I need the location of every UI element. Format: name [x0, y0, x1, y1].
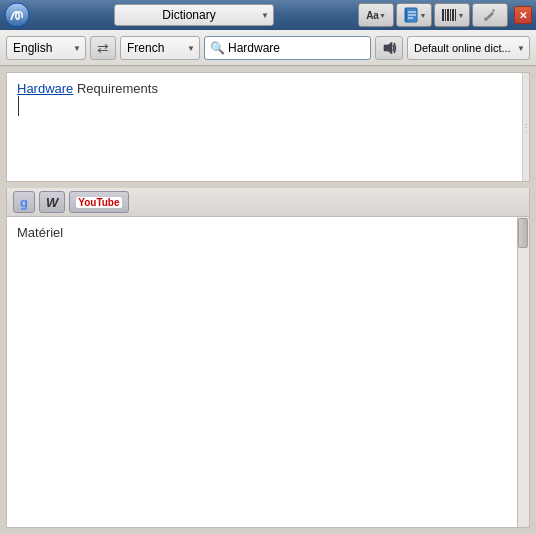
dropdown-arrow-book: ▼: [420, 12, 427, 19]
source-pane[interactable]: Hardware Requirements: [7, 73, 523, 181]
source-lang-select[interactable]: English: [6, 36, 86, 60]
close-button[interactable]: ✕: [514, 6, 532, 24]
translate-button[interactable]: ▼: [396, 3, 432, 27]
source-lang-wrapper[interactable]: English: [6, 36, 86, 60]
dropdown-arrow-barcode: ▼: [458, 12, 465, 19]
toolbar: English ⇄ French 🔍 Default online dict..…: [0, 30, 536, 66]
speaker-button[interactable]: [375, 36, 403, 60]
source-text: Hardware Requirements: [17, 81, 158, 96]
svg-rect-11: [455, 9, 456, 21]
svg-point-13: [484, 17, 488, 21]
google-search-button[interactable]: g: [13, 191, 35, 213]
web-search-toolbar: g W YouTube: [6, 188, 530, 217]
wrench-icon: [482, 7, 498, 23]
svg-rect-2: [405, 8, 407, 22]
title-dropdown-wrapper[interactable]: Dictionary: [114, 4, 274, 26]
search-wrapper: 🔍: [204, 36, 371, 60]
pane-divider[interactable]: [523, 73, 529, 181]
search-icon: 🔍: [210, 41, 225, 55]
swap-icon: ⇄: [97, 40, 109, 56]
title-bar-left: [4, 2, 30, 28]
svg-rect-10: [452, 9, 454, 21]
source-text-rest: Requirements: [73, 81, 158, 96]
settings-button[interactable]: [472, 3, 508, 27]
title-select[interactable]: Dictionary: [114, 4, 274, 26]
youtube-icon: YouTube: [76, 197, 121, 208]
target-lang-wrapper[interactable]: French: [120, 36, 200, 60]
svg-rect-7: [445, 9, 446, 21]
book-icon: [402, 6, 420, 24]
barcode-icon: [440, 6, 458, 24]
text-cursor: [18, 96, 19, 116]
search-input[interactable]: [228, 41, 365, 55]
swap-languages-button[interactable]: ⇄: [90, 36, 116, 60]
target-lang-select[interactable]: French: [120, 36, 200, 60]
svg-rect-6: [442, 9, 444, 21]
app-icon: [4, 2, 30, 28]
scrollbar-thumb[interactable]: [518, 218, 528, 248]
svg-marker-14: [384, 42, 392, 54]
scrollbar-track[interactable]: [517, 217, 529, 527]
google-icon: g: [20, 195, 28, 210]
dictionary-selector-wrapper[interactable]: Default online dict...: [407, 36, 530, 60]
dropdown-arrow-fontsize: ▼: [379, 12, 386, 19]
title-bar-center: Dictionary: [30, 4, 358, 26]
wikipedia-search-button[interactable]: W: [39, 191, 65, 213]
svg-point-0: [5, 3, 29, 27]
source-text-underline: Hardware: [17, 81, 73, 96]
translation-text: Matériel: [17, 225, 519, 240]
svg-rect-9: [450, 9, 451, 21]
font-size-icon: Aa: [366, 10, 379, 21]
font-size-button[interactable]: Aa ▼: [358, 3, 394, 27]
source-area: Hardware Requirements: [6, 72, 530, 182]
translation-area: Matériel: [6, 217, 530, 528]
title-bar: Dictionary Aa ▼ ▼: [0, 0, 536, 30]
close-icon: ✕: [519, 10, 527, 21]
translation-scroll[interactable]: Matériel: [7, 217, 529, 527]
youtube-search-button[interactable]: YouTube: [69, 191, 128, 213]
title-bar-controls: Aa ▼ ▼ ▼: [358, 3, 532, 27]
svg-rect-8: [447, 9, 449, 21]
speaker-icon: [381, 40, 397, 56]
barcode-button[interactable]: ▼: [434, 3, 470, 27]
dictionary-select[interactable]: Default online dict...: [407, 36, 530, 60]
wikipedia-icon: W: [46, 195, 58, 210]
